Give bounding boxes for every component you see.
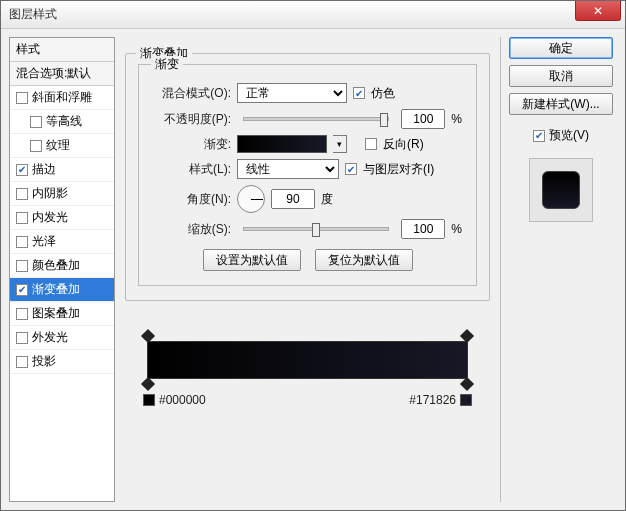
opacity-slider[interactable] (243, 117, 389, 121)
style-select[interactable]: 线性 (237, 159, 339, 179)
style-item-gradient-overlay[interactable]: 渐变叠加 (10, 278, 114, 302)
action-column: 确定 取消 新建样式(W)... 预览(V) (505, 37, 617, 502)
style-label: 样式(L): (153, 161, 231, 178)
preview-label: 预览(V) (549, 127, 589, 144)
scale-label: 缩放(S): (153, 221, 231, 238)
angle-input[interactable] (271, 189, 315, 209)
angle-dial[interactable] (237, 185, 265, 213)
angle-label: 角度(N): (153, 191, 231, 208)
style-list: 样式 混合选项:默认 斜面和浮雕 等高线 纹理 描边 内阴影 内发光 光泽 颜色… (9, 37, 115, 502)
style-item-outer-glow[interactable]: 外发光 (10, 326, 114, 350)
opacity-unit: % (451, 112, 462, 126)
gradient-editor: #000000 #171826 (125, 341, 490, 379)
align-label: 与图层对齐(I) (363, 161, 434, 178)
swatch-icon (460, 394, 472, 406)
preview-box (529, 158, 593, 222)
gradient-stop-label-right: #171826 (409, 393, 472, 407)
style-item-stroke[interactable]: 描边 (10, 158, 114, 182)
preview-checkbox[interactable] (533, 130, 545, 142)
dither-checkbox[interactable] (353, 87, 365, 99)
new-style-button[interactable]: 新建样式(W)... (509, 93, 613, 115)
style-item-satin[interactable]: 光泽 (10, 230, 114, 254)
opacity-label: 不透明度(P): (153, 111, 231, 128)
blend-mode-select[interactable]: 正常 (237, 83, 347, 103)
style-item-pattern-overlay[interactable]: 图案叠加 (10, 302, 114, 326)
style-item-drop-shadow[interactable]: 投影 (10, 350, 114, 374)
style-item-inner-shadow[interactable]: 内阴影 (10, 182, 114, 206)
gradient-subgroup: 渐变 混合模式(O): 正常 仿色 不透明度(P): % 渐变 (138, 64, 477, 286)
set-default-button[interactable]: 设置为默认值 (203, 249, 301, 271)
style-item-inner-glow[interactable]: 内发光 (10, 206, 114, 230)
align-checkbox[interactable] (345, 163, 357, 175)
scale-input[interactable] (401, 219, 445, 239)
gradient-swatch[interactable] (237, 135, 327, 153)
window-title: 图层样式 (9, 6, 57, 23)
style-item-contour[interactable]: 等高线 (10, 110, 114, 134)
gradient-label: 渐变: (153, 136, 231, 153)
close-icon: ✕ (593, 4, 603, 18)
cancel-button[interactable]: 取消 (509, 65, 613, 87)
style-list-subheader[interactable]: 混合选项:默认 (10, 62, 114, 86)
gradient-dropdown[interactable]: ▾ (333, 135, 347, 153)
subgroup-legend: 渐变 (151, 56, 183, 73)
scale-slider[interactable] (243, 227, 389, 231)
settings-panel: 渐变叠加 渐变 混合模式(O): 正常 仿色 不透明度(P): % (115, 37, 501, 502)
gradient-overlay-group: 渐变叠加 渐变 混合模式(O): 正常 仿色 不透明度(P): % (125, 53, 490, 301)
layer-style-dialog: 图层样式 ✕ 样式 混合选项:默认 斜面和浮雕 等高线 纹理 描边 内阴影 内发… (0, 0, 626, 511)
angle-unit: 度 (321, 191, 333, 208)
style-list-header[interactable]: 样式 (10, 38, 114, 62)
close-button[interactable]: ✕ (575, 1, 621, 21)
style-item-bevel[interactable]: 斜面和浮雕 (10, 86, 114, 110)
gradient-color-stop-right[interactable] (460, 377, 474, 391)
gradient-color-stop-left[interactable] (141, 377, 155, 391)
style-item-color-overlay[interactable]: 颜色叠加 (10, 254, 114, 278)
dither-label: 仿色 (371, 85, 395, 102)
gradient-stop-label-left: #000000 (143, 393, 206, 407)
titlebar: 图层样式 ✕ (1, 1, 625, 29)
preview-swatch (542, 171, 580, 209)
ok-button[interactable]: 确定 (509, 37, 613, 59)
reverse-checkbox[interactable] (365, 138, 377, 150)
reverse-label: 反向(R) (383, 136, 424, 153)
swatch-icon (143, 394, 155, 406)
scale-unit: % (451, 222, 462, 236)
reset-default-button[interactable]: 复位为默认值 (315, 249, 413, 271)
style-item-texture[interactable]: 纹理 (10, 134, 114, 158)
opacity-input[interactable] (401, 109, 445, 129)
gradient-bar[interactable] (147, 341, 468, 379)
blend-mode-label: 混合模式(O): (153, 85, 231, 102)
